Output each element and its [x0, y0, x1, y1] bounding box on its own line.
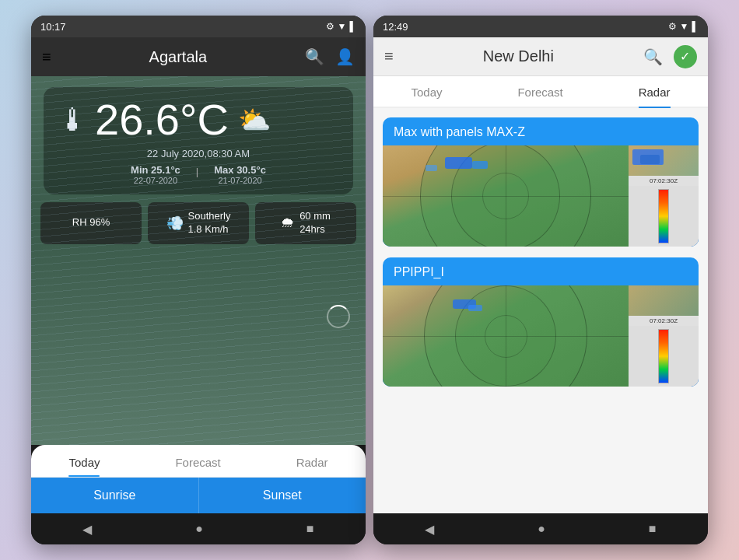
- tab-radar-2[interactable]: Radar: [639, 86, 671, 107]
- tab-radar-1[interactable]: Radar: [296, 456, 328, 477]
- side-terrain-2: [629, 285, 699, 316]
- side-terrain-1: [629, 145, 699, 176]
- data-blob-1a: [445, 157, 472, 169]
- back-button-1[interactable]: ◀: [82, 522, 92, 537]
- status-time-1: 10:17: [40, 21, 66, 33]
- android-nav-2: ◀ ● ■: [373, 513, 708, 544]
- menu-icon-1[interactable]: ≡: [42, 48, 51, 66]
- radar-card-title-1: Max with panels MAX-Z: [383, 117, 699, 145]
- search-icon-1[interactable]: 🔍: [305, 47, 324, 66]
- radar-list: Max with panels MAX-Z: [373, 108, 708, 513]
- app-bar-2: ≡ New Delhi 🔍 ✓: [373, 37, 708, 76]
- cloud-icon: ⛅: [238, 104, 271, 135]
- location-icon-1[interactable]: 👤: [335, 47, 355, 66]
- city-title-1: Agartala: [149, 48, 208, 66]
- check-icon-2: ✓: [674, 45, 697, 68]
- radar-side-panel-1: 07:02:30Z: [629, 145, 699, 247]
- humidity-stat: RH 96%: [40, 202, 142, 244]
- sunrise-button[interactable]: Sunrise: [31, 478, 199, 513]
- side-data-2: [640, 155, 660, 164]
- cross-v-2: [506, 285, 506, 387]
- home-button-2[interactable]: ●: [538, 522, 545, 536]
- rain-values: 60 mm 24hrs: [299, 210, 331, 236]
- home-button-1[interactable]: ●: [195, 522, 203, 536]
- status-icons-1: ⚙ ▼ ▌: [326, 21, 356, 32]
- recent-button-2[interactable]: ■: [649, 522, 657, 536]
- app-bar-actions-1: 🔍 👤: [305, 47, 355, 66]
- stats-row: RH 96% 💨 Southerly 1.8 Km/h 🌧 60 mm 24hr…: [40, 202, 356, 244]
- data-blob-1c: [426, 165, 437, 171]
- tabs-1: Today Forecast Radar: [31, 445, 366, 478]
- wind-icon: 💨: [166, 215, 184, 232]
- phone-agartala: 10:17 ⚙ ▼ ▌ ≡ Agartala 🔍 👤 🌡 26.6°C ⛅ 22…: [31, 16, 366, 544]
- minmax-row: Min 25.1°c 22-07-2020 | Max 30.5°c 21-07…: [58, 164, 339, 185]
- radar-map-1: [383, 145, 629, 247]
- bottom-panel-1: Today Forecast Radar Sunrise Sunset: [31, 445, 366, 513]
- data-blob-2b: [468, 305, 482, 311]
- wind-values: Southerly 1.8 Km/h: [188, 210, 231, 236]
- data-blob-1b: [472, 161, 488, 169]
- temperature-value: 26.6°C: [95, 98, 229, 142]
- radar-side-panel-2: 07:02:30Z: [629, 285, 699, 387]
- battery-bar-2: ▌: [692, 21, 699, 32]
- tab-forecast-2[interactable]: Forecast: [517, 86, 562, 107]
- radar-card-title-2: PPIPPI_I: [383, 257, 699, 285]
- weather-date: 22 July 2020,08:30 AM: [58, 148, 339, 159]
- color-scale-2: [658, 329, 669, 383]
- color-scale-1: [658, 189, 669, 243]
- status-bar-2: 12:49 ⚙ ▼ ▌: [373, 16, 708, 37]
- radar-timestamp-1: 07:02:30Z: [629, 176, 699, 186]
- phone-newdelhi: 12:49 ⚙ ▼ ▌ ≡ New Delhi 🔍 ✓ Today Foreca…: [373, 16, 708, 544]
- tab-today-1[interactable]: Today: [68, 456, 100, 477]
- signal-icon-1: ▼: [338, 21, 347, 32]
- phone2-body: ≡ New Delhi 🔍 ✓ Today Forecast Radar: [373, 37, 708, 513]
- battery-bar-1: ▌: [349, 21, 356, 32]
- radar-card-2: PPIPPI_I: [383, 257, 699, 387]
- back-button-2[interactable]: ◀: [425, 522, 434, 537]
- signal-icon-2: ▼: [680, 21, 689, 32]
- tabs-2: Today Forecast Radar: [373, 76, 708, 108]
- android-nav-1: ◀ ● ■: [31, 513, 366, 544]
- rain-icon: 🌧: [281, 215, 295, 231]
- tab-content-1: Sunrise Sunset: [31, 478, 366, 513]
- tab-forecast-1[interactable]: Forecast: [175, 456, 220, 477]
- status-bar-1: 10:17 ⚙ ▼ ▌: [31, 16, 366, 37]
- loading-spinner: [327, 305, 350, 328]
- city-title-2: New Delhi: [483, 47, 554, 65]
- max-temp: Max 30.5°c 21-07-2020: [214, 164, 266, 185]
- min-temp: Min 25.1°c 22-07-2020: [131, 164, 180, 185]
- humidity-value: RH 96%: [72, 216, 110, 229]
- thermometer-icon: 🌡: [58, 103, 89, 138]
- weather-card: 🌡 26.6°C ⛅ 22 July 2020,08:30 AM Min 25.…: [44, 87, 353, 194]
- app-bar-1: ≡ Agartala 🔍 👤: [31, 37, 366, 76]
- search-icon-2[interactable]: 🔍: [643, 47, 663, 66]
- settings-icon-2: ⚙: [668, 21, 677, 32]
- radar-timestamp-2: 07:02:30Z: [629, 316, 699, 326]
- app-bar-actions-2: 🔍 ✓: [643, 45, 697, 68]
- sunset-button[interactable]: Sunset: [199, 478, 366, 513]
- radar-image-1: 07:02:30Z: [383, 145, 699, 247]
- settings-icon-1: ⚙: [326, 21, 334, 32]
- status-time-2: 12:49: [383, 21, 408, 33]
- wind-stat: 💨 Southerly 1.8 Km/h: [148, 202, 249, 244]
- status-icons-2: ⚙ ▼ ▌: [668, 21, 699, 32]
- recent-button-1[interactable]: ■: [306, 522, 314, 536]
- cross-v-1: [506, 145, 506, 247]
- radar-card-1: Max with panels MAX-Z: [383, 117, 699, 247]
- weather-hero: 🌡 26.6°C ⛅ 22 July 2020,08:30 AM Min 25.…: [31, 76, 366, 445]
- rain-stat: 🌧 60 mm 24hrs: [255, 202, 356, 244]
- minmax-separator: |: [196, 166, 198, 185]
- tab-today-2[interactable]: Today: [411, 86, 442, 107]
- menu-icon-2[interactable]: ≡: [384, 47, 394, 65]
- radar-map-2: [383, 285, 629, 387]
- temp-row: 🌡 26.6°C ⛅: [58, 98, 339, 142]
- radar-image-2: 07:02:30Z: [383, 285, 699, 387]
